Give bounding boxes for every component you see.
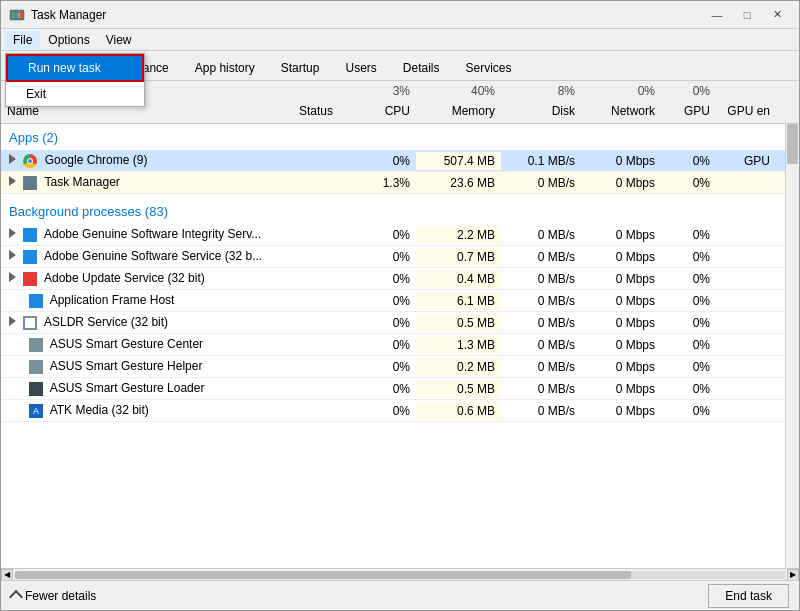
row-gpu: 0%	[661, 174, 716, 192]
table-row[interactable]: Task Manager 1.3% 23.6 MB 0 MB/s 0 Mbps …	[1, 172, 799, 194]
row-status	[281, 181, 351, 185]
row-cpu: 0%	[351, 358, 416, 376]
row-memory: 507.4 MB	[416, 152, 501, 170]
row-network: 0 Mbps	[581, 314, 661, 332]
col-gpu-engine[interactable]: GPU en	[716, 102, 776, 120]
scroll-left-arrow[interactable]: ◀	[1, 569, 13, 581]
row-name: ASUS Smart Gesture Helper	[1, 357, 281, 376]
row-memory: 0.5 MB	[416, 380, 501, 398]
menu-options[interactable]: Options	[40, 31, 97, 49]
col-disk[interactable]: Disk	[501, 102, 581, 120]
row-network: 0 Mbps	[581, 174, 661, 192]
table-row[interactable]: Adobe Update Service (32 bit) 0% 0.4 MB …	[1, 268, 799, 290]
col-memory[interactable]: Memory	[416, 102, 501, 120]
tab-services[interactable]: Services	[453, 54, 525, 80]
row-network: 0 Mbps	[581, 152, 661, 170]
menu-view[interactable]: View	[98, 31, 140, 49]
col-network[interactable]: Network	[581, 102, 661, 120]
tab-app-history[interactable]: App history	[182, 54, 268, 80]
minimize-button[interactable]: —	[703, 5, 731, 25]
close-button[interactable]: ✕	[763, 5, 791, 25]
row-disk: 0 MB/s	[501, 226, 581, 244]
expand-icon	[9, 316, 16, 326]
row-disk: 0 MB/s	[501, 174, 581, 192]
tab-details[interactable]: Details	[390, 54, 453, 80]
row-network: 0 Mbps	[581, 292, 661, 310]
row-cpu: 0%	[351, 402, 416, 420]
row-gpu: 0%	[661, 152, 716, 170]
table-row[interactable]: Application Frame Host 0% 6.1 MB 0 MB/s …	[1, 290, 799, 312]
menu-file[interactable]: File Run new task Exit	[5, 31, 40, 49]
app-icon	[23, 250, 37, 264]
window-controls: — □ ✕	[703, 5, 791, 25]
row-cpu: 0%	[351, 226, 416, 244]
row-cpu: 0%	[351, 292, 416, 310]
row-gpu: 0%	[661, 314, 716, 332]
row-disk: 0 MB/s	[501, 402, 581, 420]
end-task-button[interactable]: End task	[708, 584, 789, 608]
col-cpu[interactable]: CPU	[351, 102, 416, 120]
row-gpu: 0%	[661, 336, 716, 354]
horizontal-scrollbar[interactable]: ◀ ▶	[1, 568, 799, 580]
row-network: 0 Mbps	[581, 402, 661, 420]
maximize-button[interactable]: □	[733, 5, 761, 25]
row-name: Adobe Update Service (32 bit)	[1, 269, 281, 288]
row-cpu: 0%	[351, 314, 416, 332]
tab-users[interactable]: Users	[332, 54, 389, 80]
row-network: 0 Mbps	[581, 358, 661, 376]
table-row[interactable]: A ATK Media (32 bit) 0% 0.6 MB 0 MB/s 0 …	[1, 400, 799, 422]
scrollbar-thumb[interactable]	[787, 124, 798, 164]
memory-pct: 40%	[416, 83, 501, 99]
row-cpu: 0%	[351, 380, 416, 398]
task-manager-window: Task Manager — □ ✕ File Run new task Exi…	[0, 0, 800, 611]
table-row[interactable]: Adobe Genuine Software Integrity Serv...…	[1, 224, 799, 246]
row-gpu: 0%	[661, 402, 716, 420]
expand-icon	[9, 154, 16, 164]
menu-bar: File Run new task Exit Options View	[1, 29, 799, 51]
col-gpu[interactable]: GPU	[661, 102, 716, 120]
col-status[interactable]: Status	[281, 102, 351, 120]
app-icon	[29, 382, 43, 396]
row-disk: 0 MB/s	[501, 270, 581, 288]
app-icon	[23, 316, 37, 330]
apps-title: Apps (2)	[1, 126, 776, 149]
table-row[interactable]: ASUS Smart Gesture Loader 0% 0.5 MB 0 MB…	[1, 378, 799, 400]
scroll-track[interactable]	[15, 571, 785, 579]
table-row[interactable]: ASUS Smart Gesture Helper 0% 0.2 MB 0 MB…	[1, 356, 799, 378]
expand-icon	[9, 250, 16, 260]
app-icon	[29, 338, 43, 352]
vertical-scrollbar[interactable]	[785, 124, 799, 568]
row-network: 0 Mbps	[581, 248, 661, 266]
row-cpu: 0%	[351, 336, 416, 354]
cpu-pct: 3%	[351, 83, 416, 99]
fewer-details-label: Fewer details	[25, 589, 96, 603]
svg-rect-1	[12, 12, 14, 18]
app-icon	[29, 294, 43, 308]
expand-icon	[9, 176, 16, 186]
row-disk: 0 MB/s	[501, 358, 581, 376]
menu-run-new-task[interactable]: Run new task	[6, 54, 144, 82]
apps-section-header: Apps (2)	[1, 124, 799, 150]
menu-exit[interactable]: Exit	[6, 82, 144, 106]
fewer-details-button[interactable]: Fewer details	[11, 589, 96, 603]
row-name: Google Chrome (9)	[1, 151, 281, 170]
bg-title: Background processes (83)	[1, 200, 776, 223]
svg-rect-3	[18, 13, 20, 18]
table-row[interactable]: ASLDR Service (32 bit) 0% 0.5 MB 0 MB/s …	[1, 312, 799, 334]
scroll-right-arrow[interactable]: ▶	[787, 569, 799, 581]
table-row[interactable]: ASUS Smart Gesture Center 0% 1.3 MB 0 MB…	[1, 334, 799, 356]
row-gpu: 0%	[661, 248, 716, 266]
table-row[interactable]: Adobe Genuine Software Service (32 b... …	[1, 246, 799, 268]
app-icon	[29, 360, 43, 374]
row-cpu: 1.3%	[351, 174, 416, 192]
tab-startup[interactable]: Startup	[268, 54, 333, 80]
window-title: Task Manager	[31, 8, 106, 22]
row-disk: 0 MB/s	[501, 292, 581, 310]
row-gpu: 0%	[661, 226, 716, 244]
table-row[interactable]: Google Chrome (9) 0% 507.4 MB 0.1 MB/s 0…	[1, 150, 799, 172]
chevron-up-icon	[9, 590, 23, 604]
bottom-bar: Fewer details End task	[1, 580, 799, 610]
app-icon	[23, 272, 37, 286]
row-gpu: 0%	[661, 270, 716, 288]
row-name: A ATK Media (32 bit)	[1, 401, 281, 420]
